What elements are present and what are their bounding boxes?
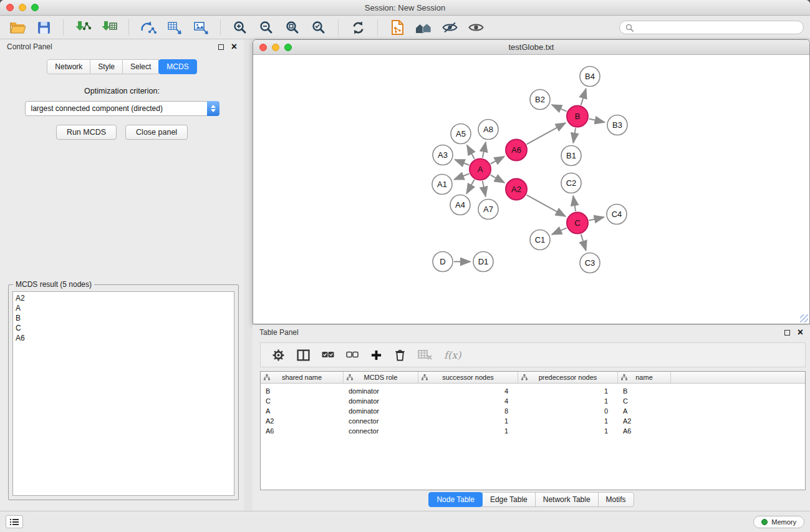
edge-C-C1[interactable] — [552, 228, 567, 235]
table-cell: B — [618, 387, 671, 395]
close-table-panel-icon[interactable]: × — [798, 329, 803, 336]
column-header-name[interactable]: name — [618, 372, 671, 383]
export-table-icon — [167, 21, 183, 35]
edge-A-A6[interactable] — [491, 157, 504, 164]
network-graph[interactable]: B4B2BB3A5A8A6B1A3AC2A1A2A4A7C4CC1C3DD1 — [253, 55, 809, 324]
mcds-buttons-row: Run MCDS Close panel — [0, 125, 244, 140]
node-label-A5: A5 — [456, 129, 466, 138]
table-cell: A6 — [261, 427, 344, 435]
export-network-button[interactable] — [137, 18, 160, 37]
import-network-from-file-button[interactable] — [72, 18, 94, 37]
result-item[interactable]: B — [16, 313, 231, 323]
table-row[interactable]: A2connector11A2 — [261, 416, 805, 426]
import-table-from-file-button[interactable] — [98, 18, 120, 37]
tab-node-table[interactable]: Node Table — [428, 492, 483, 507]
mcds-result-list[interactable]: A2ABCA6 — [12, 291, 234, 496]
zoom-selected-button[interactable] — [307, 18, 330, 37]
close-network-window-button[interactable] — [259, 44, 267, 51]
home-layouts-button[interactable] — [412, 18, 435, 37]
close-panel-icon[interactable]: × — [231, 43, 237, 51]
memory-button[interactable]: Memory — [753, 516, 804, 528]
edge-C-C2[interactable] — [573, 196, 576, 211]
tab-select[interactable]: Select — [122, 59, 159, 74]
title-bar: Session: New Session — [0, 0, 810, 16]
column-header-mcds-role[interactable]: MCDS role — [344, 372, 418, 383]
table-cell: 4 — [418, 387, 518, 395]
node-label-B3: B3 — [612, 120, 622, 130]
edge-B-B3[interactable] — [589, 119, 605, 122]
result-item[interactable]: A2 — [16, 293, 231, 303]
export-image-button[interactable] — [190, 18, 212, 37]
network-window-titlebar[interactable]: testGlobe.txt — [253, 40, 809, 55]
run-mcds-button[interactable]: Run MCDS — [56, 125, 117, 140]
minimize-network-window-button[interactable] — [272, 44, 279, 51]
float-panel-icon[interactable] — [218, 44, 224, 50]
edge-A-A5[interactable] — [467, 145, 475, 159]
refresh-layout-button[interactable] — [347, 18, 369, 37]
edge-A-A1[interactable] — [455, 174, 470, 180]
deselect-all-button[interactable] — [346, 346, 359, 364]
edge-B-B4[interactable] — [581, 89, 586, 105]
table-row[interactable]: Cdominator41C — [261, 396, 805, 406]
edge-A-A2[interactable] — [491, 175, 504, 183]
edge-B-B2[interactable] — [552, 105, 567, 112]
tab-network-table[interactable]: Network Table — [535, 492, 599, 507]
show-columns-button[interactable] — [297, 346, 310, 364]
result-item[interactable]: C — [16, 323, 231, 333]
table-row[interactable]: A6connector11A6 — [261, 426, 805, 436]
zoom-out-button[interactable] — [255, 18, 277, 37]
control-panel-header: Control Panel × — [0, 39, 244, 54]
tab-style[interactable]: Style — [90, 59, 123, 74]
open-session-button[interactable] — [6, 18, 29, 37]
table-toolbar: f(x) — [260, 342, 806, 367]
table-cell: connector — [344, 427, 418, 435]
edge-B-B1[interactable] — [573, 128, 576, 143]
edge-A-A8[interactable] — [483, 142, 486, 158]
toolbar-separator — [338, 19, 339, 36]
zoom-window-button[interactable] — [31, 4, 39, 11]
result-item[interactable]: A6 — [16, 333, 231, 343]
save-session-button[interactable] — [32, 18, 55, 37]
close-window-button[interactable] — [6, 4, 14, 11]
network-canvas[interactable]: B4B2BB3A5A8A6B1A3AC2A1A2A4A7C4CC1C3DD1 — [253, 55, 809, 324]
edge-A-A7[interactable] — [483, 181, 486, 196]
table-row[interactable]: Bdominator41B — [261, 386, 805, 396]
result-item[interactable]: A — [16, 303, 231, 313]
show-hide-button[interactable] — [465, 18, 487, 37]
tab-motifs[interactable]: Motifs — [598, 492, 634, 507]
minimize-window-button[interactable] — [19, 4, 26, 11]
edge-A-A4[interactable] — [466, 180, 474, 193]
column-header-shared-name[interactable]: shared name — [261, 372, 344, 383]
select-all-button[interactable] — [322, 346, 334, 364]
column-header-predecessor-nodes[interactable]: predecessor nodes — [518, 372, 618, 383]
task-history-button[interactable] — [6, 515, 23, 528]
edge-C-C3[interactable] — [581, 235, 586, 251]
search-input[interactable] — [637, 23, 798, 32]
close-panel-button[interactable]: Close panel — [125, 125, 188, 140]
network-document-button[interactable] — [386, 18, 408, 37]
search-box[interactable] — [619, 21, 804, 34]
edge-A6-B[interactable] — [527, 123, 566, 144]
tab-mcds[interactable]: MCDS — [158, 59, 196, 74]
zoom-fit-button[interactable] — [281, 18, 304, 37]
add-column-button[interactable] — [370, 346, 382, 364]
export-table-button[interactable] — [163, 18, 186, 37]
criterion-dropdown[interactable]: largest connected component (directed) — [25, 101, 219, 116]
edge-A2-C[interactable] — [527, 195, 566, 216]
tab-edge-table[interactable]: Edge Table — [482, 492, 536, 507]
show-graphics-details-button[interactable] — [438, 18, 461, 37]
column-header-successor-nodes[interactable]: successor nodes — [418, 372, 518, 383]
table-settings-button[interactable] — [272, 346, 285, 364]
zoom-network-window-button[interactable] — [284, 44, 292, 51]
table-cell: C — [261, 397, 344, 405]
zoom-in-button[interactable] — [229, 18, 251, 37]
table-cell: A2 — [618, 417, 671, 425]
zoom-fit-icon — [286, 21, 299, 34]
tab-network[interactable]: Network — [47, 59, 90, 74]
edge-A-A3[interactable] — [455, 160, 470, 165]
edge-C-C4[interactable] — [589, 217, 604, 220]
float-table-panel-icon[interactable] — [784, 330, 790, 336]
delete-column-button[interactable] — [394, 346, 406, 364]
window-resize-handle[interactable] — [800, 314, 808, 322]
table-row[interactable]: Adominator80A — [261, 406, 805, 416]
